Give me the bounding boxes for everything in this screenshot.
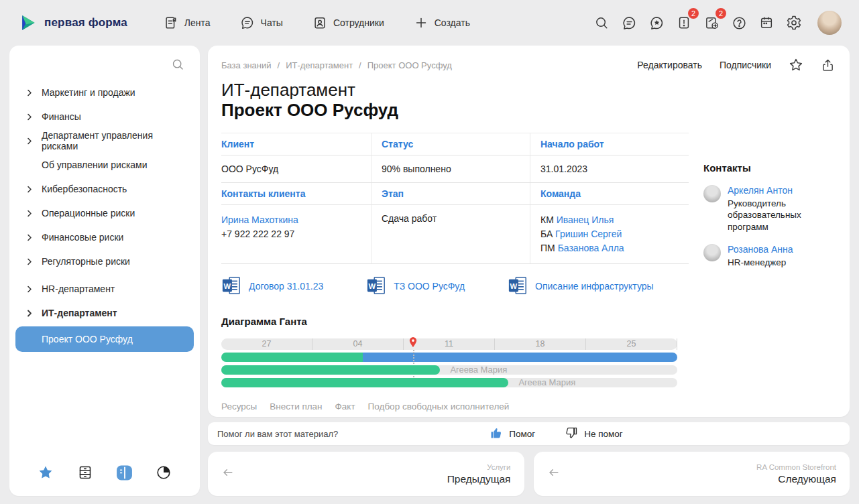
edit-button[interactable]: Редактировать [637,60,702,70]
chevron-right-icon [26,210,33,217]
previous-article-label: Предыдущая [447,473,511,485]
feedback-helpful-label: Помог [509,429,535,439]
team-role: КМ [540,214,554,225]
contact-name-link[interactable]: Розанова Анна [728,244,793,255]
chevron-right-icon [26,137,33,145]
column-header: Статус [371,133,530,155]
favorites-tab-button[interactable] [36,462,56,483]
document-link-tz[interactable]: W ТЗ ООО РусФуд [366,275,465,298]
favorite-star-button[interactable] [789,58,803,72]
team-role: БА [540,229,553,239]
help-button[interactable] [728,12,750,34]
link-fact[interactable]: Факт [335,401,355,412]
logo-text: первая форма [44,16,127,29]
sidebar-item-operational-risks[interactable]: Операционные риски [15,201,194,225]
contact-name-link[interactable]: Аркелян Антон [728,185,835,196]
topbar: первая форма Лента [0,0,859,46]
team-role: ПМ [540,243,555,253]
logo-play-icon [19,13,38,32]
column-header: Клиент [221,133,371,155]
user-avatar[interactable] [817,11,842,35]
chevron-right-icon [26,89,33,97]
search-button[interactable] [591,12,612,34]
sidebar-item-regulatory-risks[interactable]: Регуляторные риски [15,249,194,273]
nav-create[interactable]: Создать [414,15,470,30]
archive-tab-button[interactable] [75,462,95,483]
document-label: Договор 31.01.23 [249,281,323,292]
previous-article-card[interactable]: Услуги Предыдущая [208,452,524,496]
chevron-right-icon [26,186,33,193]
arrow-left-icon [547,466,561,482]
gantt-bar-row-3: Агеева Мария [221,378,677,387]
svg-text:W: W [510,281,518,290]
sidebar-search-button[interactable] [171,58,184,71]
feedback-not-helpful-button[interactable]: Не помог [565,426,623,442]
feedback-question: Помог ли вам этот материал? [217,429,338,439]
next-article-card[interactable]: RA Common Storefront Следующая [534,452,850,496]
reports-tab-button[interactable] [154,462,174,483]
knowledge-base-tab-button-active[interactable] [114,462,134,483]
thumb-up-icon [490,426,503,442]
sidebar-item-label: Операционные риски [42,208,135,218]
link-find-free-executors[interactable]: Подбор свободных исполнителей [368,401,510,412]
share-button[interactable] [821,58,835,72]
sidebar-item-label: Об управлении рисками [42,160,148,170]
sidebar-item-finance[interactable]: Финансы [15,105,194,129]
contact-person-link[interactable]: Ирина Махоткина [221,213,361,227]
chat-icon [240,15,255,30]
tasks-button[interactable]: 2 [701,12,722,34]
subscribers-button[interactable]: Подписчики [720,60,771,70]
calendar-button[interactable] [756,12,777,34]
gantt-title: Диаграмма Ганта [221,316,689,327]
breadcrumb-knowledge-base[interactable]: База знаний [221,60,272,70]
notifications-button[interactable]: 2 [673,12,695,34]
timeline-tick: 25 [586,338,677,350]
sidebar-bottom-toolbar [15,456,194,488]
sidebar-item-about-risk-management[interactable]: Об управлении рисками [15,153,194,177]
page-title: Проект ООО Русфуд [221,101,835,121]
chevron-right-icon [26,113,33,121]
document-link-contract[interactable]: W Договор 31.01.23 [221,275,323,298]
breadcrumb-it-department[interactable]: ИТ-департамент [286,60,353,70]
timeline-tick: 11 [404,338,495,350]
messages-button[interactable] [618,12,640,34]
top-navigation: Лента Чаты [164,15,470,30]
chevron-right-icon [26,234,33,241]
sidebar-item-risk-department[interactable]: Департамент управления рисками [15,129,194,153]
sidebar-item-label: Финансы [42,111,81,122]
chevron-right-icon [26,286,33,293]
app-logo[interactable]: первая форма [19,13,127,32]
page-supertitle: ИТ-департамент [221,80,835,101]
tasks-badge: 2 [714,7,728,20]
sidebar-item-label: HR-департамент [42,284,115,294]
sidebar-item-financial-risks[interactable]: Финансовые риски [15,225,194,249]
settings-button[interactable] [783,12,805,34]
nav-employees-label: Сотрудники [333,17,384,28]
article-card: База знаний / ИТ-департамент / Проект ОО… [208,46,850,417]
gantt-timeline: 27 04 11 18 25 [221,338,677,350]
timeline-tick: 18 [495,338,586,350]
team-member-link[interactable]: Иванец Илья [557,214,614,225]
main-column: База знаний / ИТ-департамент / Проект ОО… [208,46,850,496]
feedback-helpful-button[interactable]: Помог [490,426,535,442]
team-member-link[interactable]: Гришин Сергей [555,229,622,239]
sidebar-item-it-department[interactable]: ИТ-департамент [15,301,194,325]
sidebar-item-hr-department[interactable]: HR-департамент [15,277,194,301]
column-header: Этап [371,183,530,204]
nav-feed[interactable]: Лента [164,15,211,30]
nav-employees[interactable]: Сотрудники [312,15,384,30]
link-resources[interactable]: Ресурсы [221,401,257,412]
nav-chats[interactable]: Чаты [240,15,283,30]
sidebar-item-cybersecurity[interactable]: Кибербезопасность [15,177,194,201]
document-link-infrastructure[interactable]: W Описание инфраструктуры [508,275,654,298]
link-enter-plan[interactable]: Внести план [270,401,322,412]
sidebar-item-project-rusfood-selected[interactable]: Проект ООО Русфуд [15,326,194,352]
contact-person: Розанова Анна HR-менеджер [703,244,835,269]
team-member-link[interactable]: Базанова Алла [558,243,624,253]
notifications-badge: 2 [687,7,700,20]
favorite-chats-button[interactable] [646,12,667,34]
feedback-not-helpful-label: Не помог [584,429,623,439]
gantt-footer-links: Ресурсы Внести план Факт Подбор свободны… [221,401,689,412]
next-article-label: Следующая [756,473,836,485]
sidebar-item-marketing[interactable]: Маркетинг и продажи [15,80,194,105]
